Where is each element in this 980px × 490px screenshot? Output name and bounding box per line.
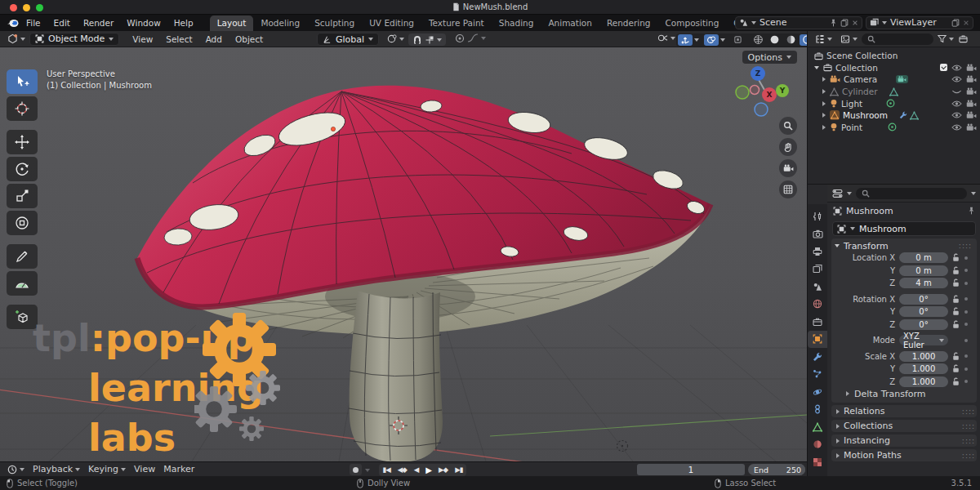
animate-dot[interactable] bbox=[964, 323, 968, 326]
object-name-field[interactable]: Mushroom bbox=[832, 221, 976, 236]
tab-view-layer[interactable] bbox=[808, 261, 827, 278]
proportional-editing-button[interactable] bbox=[451, 33, 490, 43]
tab-render[interactable] bbox=[808, 225, 827, 243]
relations-panel[interactable]: Relations:::: bbox=[831, 405, 977, 417]
axis-neg-z-ball[interactable] bbox=[755, 103, 768, 116]
menu-window[interactable]: Window bbox=[120, 18, 167, 28]
gizmos-toggle[interactable] bbox=[678, 34, 693, 46]
collapse-arrow-icon[interactable] bbox=[814, 66, 819, 69]
outliner-row-cylinder[interactable]: Cylinder bbox=[808, 86, 980, 98]
rotation-z-field[interactable]: 0° bbox=[899, 319, 948, 330]
editor-type-button[interactable] bbox=[3, 33, 29, 44]
animate-dot[interactable] bbox=[964, 380, 968, 383]
shading-solid-button[interactable] bbox=[767, 34, 782, 46]
animate-dot[interactable] bbox=[964, 282, 968, 285]
tab-constraints[interactable] bbox=[808, 401, 827, 419]
disable-render-icon[interactable] bbox=[966, 111, 977, 119]
outliner-search-input[interactable] bbox=[862, 33, 933, 45]
pin-icon[interactable] bbox=[968, 207, 975, 215]
hide-icon[interactable] bbox=[951, 123, 962, 131]
expand-arrow-icon[interactable] bbox=[822, 77, 826, 82]
scale-y-field[interactable]: 1.000 bbox=[899, 363, 948, 374]
axis-neg-y-ball[interactable] bbox=[736, 86, 749, 99]
tab-texture[interactable] bbox=[808, 453, 827, 471]
tab-sculpting[interactable]: Sculpting bbox=[307, 16, 362, 31]
outliner-filter-mode[interactable] bbox=[836, 34, 862, 44]
menu-help[interactable]: Help bbox=[167, 18, 200, 28]
menu-marker[interactable]: Marker bbox=[159, 464, 198, 474]
collection-checkbox[interactable] bbox=[940, 64, 947, 71]
tab-layout[interactable]: Layout bbox=[210, 16, 254, 31]
overlays-toggle[interactable] bbox=[704, 34, 719, 46]
tab-material[interactable] bbox=[808, 436, 827, 454]
lock-icon[interactable] bbox=[952, 278, 960, 287]
properties-editor-icon[interactable] bbox=[832, 189, 843, 198]
expand-arrow-icon[interactable] bbox=[822, 125, 826, 130]
timeline-editor-button[interactable] bbox=[3, 465, 29, 474]
disable-render-icon[interactable] bbox=[966, 123, 977, 131]
motion-paths-panel[interactable]: Motion Paths:::: bbox=[831, 449, 977, 461]
animate-dot[interactable] bbox=[964, 368, 968, 371]
tab-rendering[interactable]: Rendering bbox=[599, 16, 658, 31]
camera-view-button[interactable] bbox=[779, 159, 797, 177]
transform-tool[interactable] bbox=[7, 211, 38, 235]
animate-dot[interactable] bbox=[964, 269, 968, 272]
tab-physics[interactable] bbox=[808, 383, 827, 401]
scale-z-field[interactable]: 1.000 bbox=[899, 376, 948, 387]
tab-shading[interactable]: Shading bbox=[492, 16, 541, 31]
hide-icon[interactable] bbox=[951, 75, 962, 83]
hide-icon[interactable] bbox=[951, 111, 962, 119]
tab-uv-editing[interactable]: UV Editing bbox=[362, 16, 421, 31]
light-gizmo[interactable] bbox=[617, 441, 628, 452]
shading-wireframe-button[interactable] bbox=[751, 34, 765, 46]
properties-search-input[interactable] bbox=[856, 188, 967, 199]
outliner-row-collection[interactable]: Collection bbox=[808, 62, 980, 74]
menu-add[interactable]: Add bbox=[199, 34, 229, 44]
hide-icon[interactable] bbox=[951, 100, 962, 108]
outliner-row-scene-collection[interactable]: Scene Collection bbox=[808, 50, 980, 62]
lock-icon[interactable] bbox=[952, 320, 960, 329]
tab-animation[interactable]: Animation bbox=[541, 16, 599, 31]
outliner-row-light[interactable]: Light bbox=[808, 97, 980, 109]
zoom-view-button[interactable] bbox=[779, 117, 797, 135]
menu-select[interactable]: Select bbox=[159, 34, 198, 44]
disable-render-icon[interactable] bbox=[966, 75, 977, 83]
outliner-row-camera[interactable]: Camera bbox=[808, 74, 980, 86]
delta-transform-subpanel[interactable]: Delta Transform bbox=[835, 388, 973, 399]
outliner-filter-button[interactable] bbox=[933, 34, 958, 43]
minimize-window-button[interactable] bbox=[23, 4, 30, 11]
menu-file[interactable]: File bbox=[20, 18, 47, 28]
unlink-scene-icon[interactable] bbox=[852, 20, 858, 26]
tab-object-data[interactable] bbox=[808, 418, 827, 436]
menu-timeline-view[interactable]: View bbox=[130, 464, 159, 474]
new-collection-icon[interactable] bbox=[959, 34, 968, 43]
tab-object[interactable] bbox=[808, 331, 827, 349]
pivot-point-button[interactable] bbox=[382, 33, 408, 44]
animate-dot[interactable] bbox=[964, 297, 968, 301]
outliner-row-point[interactable]: Point bbox=[808, 122, 980, 134]
disable-render-icon[interactable] bbox=[966, 87, 977, 96]
new-scene-icon[interactable] bbox=[840, 19, 849, 27]
unhide-icon[interactable] bbox=[951, 87, 962, 96]
current-frame-field[interactable]: 1 bbox=[637, 464, 745, 475]
lock-icon[interactable] bbox=[952, 352, 960, 361]
animate-dot[interactable] bbox=[964, 310, 968, 314]
transform-panel-header[interactable]: Transform :::: bbox=[835, 240, 973, 252]
play-button[interactable]: ▶ bbox=[422, 466, 435, 474]
expand-arrow-icon[interactable] bbox=[822, 89, 826, 94]
prev-keyframe-button[interactable]: ◀◆ bbox=[394, 466, 410, 474]
pin-icon[interactable] bbox=[830, 19, 837, 27]
rotation-mode-dropdown[interactable]: XYZ Euler bbox=[899, 335, 948, 345]
rotate-tool[interactable] bbox=[7, 157, 38, 181]
expand-arrow-icon[interactable] bbox=[822, 113, 826, 118]
prev-frame-button[interactable]: ◀ bbox=[410, 466, 422, 474]
properties-options-caret[interactable] bbox=[971, 192, 976, 195]
outliner-display-mode[interactable] bbox=[811, 34, 836, 44]
snap-toggle[interactable] bbox=[408, 33, 446, 46]
lock-icon[interactable] bbox=[952, 307, 960, 316]
pan-view-button[interactable] bbox=[779, 138, 797, 156]
tab-output[interactable] bbox=[808, 243, 827, 261]
jump-end-button[interactable]: ▶▮ bbox=[452, 466, 466, 474]
scale-x-field[interactable]: 1.000 bbox=[899, 351, 948, 362]
animate-dot[interactable] bbox=[964, 256, 968, 260]
